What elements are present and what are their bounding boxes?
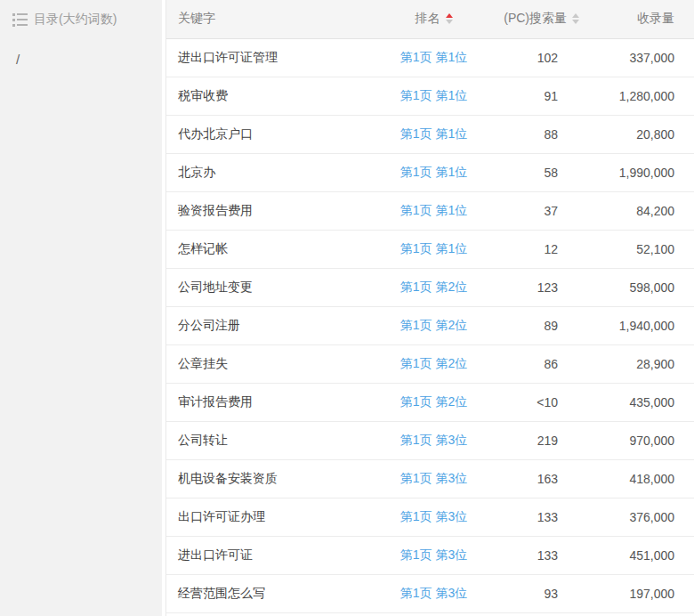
rank-cell: 第1页 第3位 bbox=[374, 498, 494, 536]
keyword-cell: 公章挂失 bbox=[166, 344, 374, 383]
keyword-cell: 怎样记帐 bbox=[166, 230, 374, 268]
rank-cell: 第1页 第2位 bbox=[374, 383, 494, 421]
rank-link[interactable]: 第1页 第3位 bbox=[400, 509, 467, 523]
pc-volume-cell: 86 bbox=[494, 344, 583, 383]
pc-volume-cell: 58 bbox=[494, 153, 583, 191]
keyword-cell: 审计报告费用 bbox=[166, 383, 374, 421]
rank-link[interactable]: 第1页 第2位 bbox=[400, 394, 467, 409]
col-header-rank[interactable]: 排名 bbox=[374, 0, 494, 38]
rank-link[interactable]: 第1页 第3位 bbox=[400, 547, 467, 562]
rank-cell: 第1页 第1位 bbox=[374, 38, 494, 77]
indexed-cell: 598,000 bbox=[583, 268, 694, 306]
pc-volume-cell: 89 bbox=[494, 306, 583, 344]
sort-desc-icon[interactable] bbox=[446, 20, 453, 24]
pc-volume-cell: 93 bbox=[494, 574, 583, 612]
rank-link[interactable]: 第1页 第1位 bbox=[400, 88, 467, 102]
sort-arrows-pc-icon[interactable] bbox=[572, 13, 579, 24]
indexed-cell: 52,100 bbox=[583, 230, 694, 268]
indexed-cell: 435,000 bbox=[583, 383, 694, 421]
indexed-cell: 197,000 bbox=[583, 574, 694, 612]
keyword-cell: 北京办 bbox=[166, 153, 374, 191]
table-row: 怎样记帐 第1页 第1位 12 52,100 bbox=[166, 230, 694, 268]
sidebar-header: 目录(大约词数) bbox=[12, 12, 153, 28]
table-row: 机电设备安装资质 第1页 第3位 163 418,000 bbox=[166, 459, 694, 498]
rank-cell: 第1页 第1位 bbox=[374, 77, 494, 115]
table-row: 分公司注册 第1页 第2位 89 1,940,000 bbox=[166, 306, 694, 344]
rank-link[interactable]: 第1页 第1位 bbox=[400, 50, 467, 64]
table-row: 税审收费 第1页 第1位 91 1,280,000 bbox=[166, 77, 694, 115]
keyword-cell: 机电设备安装资质 bbox=[166, 459, 374, 498]
rank-link[interactable]: 第1页 第1位 bbox=[400, 241, 467, 255]
rank-link[interactable]: 第1页 第2位 bbox=[400, 356, 467, 370]
indexed-cell: 418,000 bbox=[583, 459, 694, 498]
rank-cell: 第1页 第2位 bbox=[374, 268, 494, 306]
table-row: 验资报告费用 第1页 第1位 37 84,200 bbox=[166, 191, 694, 230]
indexed-cell: 28,900 bbox=[583, 344, 694, 383]
rank-cell: 第1页 第2位 bbox=[374, 344, 494, 383]
indexed-cell: 376,000 bbox=[583, 498, 694, 536]
rank-cell: 第1页 第2位 bbox=[374, 306, 494, 344]
pc-volume-cell: 133 bbox=[494, 536, 583, 574]
sort-asc-icon[interactable] bbox=[572, 13, 579, 18]
table-row: 进出口许可证 第1页 第3位 133 451,000 bbox=[166, 536, 694, 574]
indexed-cell: 337,000 bbox=[583, 38, 694, 77]
keyword-cell: 进出口许可证管理 bbox=[166, 38, 374, 77]
table-row: 公章挂失 第1页 第2位 86 28,900 bbox=[166, 344, 694, 383]
keyword-cell: 出口许可证办理 bbox=[166, 498, 374, 536]
table-row: 经营范围怎么写 第1页 第3位 93 197,000 bbox=[166, 574, 694, 612]
pc-volume-cell: 88 bbox=[494, 115, 583, 153]
pc-volume-cell: 91 bbox=[494, 77, 583, 115]
indexed-cell: 1,280,000 bbox=[583, 77, 694, 115]
keyword-table-panel: 关键字 排名 (PC)搜索量 bbox=[165, 0, 694, 616]
pc-volume-cell: 102 bbox=[494, 38, 583, 77]
col-header-keyword: 关键字 bbox=[166, 0, 374, 38]
rank-cell: 第1页 第1位 bbox=[374, 115, 494, 153]
keyword-cell: 代办北京户口 bbox=[166, 115, 374, 153]
rank-link[interactable]: 第1页 第3位 bbox=[400, 471, 467, 485]
rank-cell: 第1页 第3位 bbox=[374, 459, 494, 498]
table-row: 公司转让 第1页 第3位 219 970,000 bbox=[166, 421, 694, 459]
rank-link[interactable]: 第1页 第1位 bbox=[400, 203, 467, 217]
pc-volume-cell: <10 bbox=[494, 383, 583, 421]
sidebar-title: 目录(大约词数) bbox=[34, 12, 117, 28]
col-header-indexed: 收录量 bbox=[583, 0, 694, 38]
table-row: 公司地址变更 第1页 第2位 123 598,000 bbox=[166, 268, 694, 306]
keyword-cell: 进出口许可证 bbox=[166, 536, 374, 574]
table-row: 北京办 第1页 第1位 58 1,990,000 bbox=[166, 153, 694, 191]
pc-volume-cell: 123 bbox=[494, 268, 583, 306]
table-row: 审计报告费用 第1页 第2位 <10 435,000 bbox=[166, 383, 694, 421]
rank-link[interactable]: 第1页 第1位 bbox=[400, 126, 467, 141]
pc-volume-cell: 133 bbox=[494, 498, 583, 536]
rank-cell: 第1页 第1位 bbox=[374, 191, 494, 230]
rank-link[interactable]: 第1页 第2位 bbox=[400, 318, 467, 332]
table-header-row: 关键字 排名 (PC)搜索量 bbox=[166, 0, 694, 38]
indexed-cell: 20,800 bbox=[583, 115, 694, 153]
table-row: 进出口许可证管理 第1页 第1位 102 337,000 bbox=[166, 38, 694, 77]
pc-volume-cell: 163 bbox=[494, 459, 583, 498]
sort-desc-icon[interactable] bbox=[572, 20, 579, 24]
keyword-cell: 公司地址变更 bbox=[166, 268, 374, 306]
app-window: 目录(大约词数) / 关键字 排名 bbox=[0, 0, 694, 616]
sort-arrows-rank-icon[interactable] bbox=[446, 13, 453, 24]
rank-link[interactable]: 第1页 第3位 bbox=[400, 433, 467, 447]
rank-cell: 第1页 第3位 bbox=[374, 421, 494, 459]
rank-link[interactable]: 第1页 第1位 bbox=[400, 165, 467, 179]
indexed-cell: 1,990,000 bbox=[583, 153, 694, 191]
rank-link[interactable]: 第1页 第2位 bbox=[400, 280, 467, 294]
rank-link[interactable]: 第1页 第3位 bbox=[400, 586, 467, 600]
keyword-cell: 税审收费 bbox=[166, 77, 374, 115]
keyword-table: 关键字 排名 (PC)搜索量 bbox=[166, 0, 694, 613]
sort-asc-icon[interactable] bbox=[446, 13, 453, 18]
rank-cell: 第1页 第1位 bbox=[374, 153, 494, 191]
keyword-cell: 验资报告费用 bbox=[166, 191, 374, 230]
table-row: 出口许可证办理 第1页 第3位 133 376,000 bbox=[166, 498, 694, 536]
sidebar: 目录(大约词数) / bbox=[0, 0, 162, 616]
keyword-cell: 分公司注册 bbox=[166, 306, 374, 344]
keyword-cell: 经营范围怎么写 bbox=[166, 574, 374, 612]
sidebar-item-root[interactable]: / bbox=[12, 52, 153, 67]
list-icon bbox=[12, 13, 28, 27]
pc-volume-cell: 219 bbox=[494, 421, 583, 459]
col-header-pc-search-volume[interactable]: (PC)搜索量 bbox=[494, 0, 583, 38]
pc-volume-cell: 37 bbox=[494, 191, 583, 230]
indexed-cell: 84,200 bbox=[583, 191, 694, 230]
